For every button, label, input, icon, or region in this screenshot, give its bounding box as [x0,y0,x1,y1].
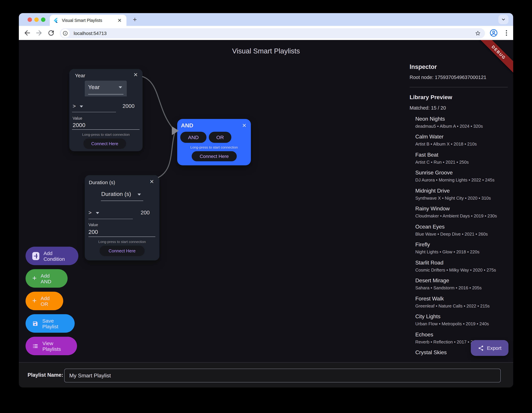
field-dropdown[interactable]: Year [85,81,127,96]
list-item: Forest Walk Greenleaf • Nature Calls • 2… [415,296,510,309]
view-playlists-button[interactable]: View Playlists [26,337,77,355]
save-playlist-button[interactable]: Save Playlist [26,314,75,333]
track-title: Fast Beat [415,152,510,158]
track-meta: Artist B • Album X • 2018 • 210s [415,141,510,147]
browser-menu-icon[interactable] [503,29,511,37]
url-text[interactable]: localhost:54713 [74,31,475,36]
track-meta: Blue Wave • Deep Dive • 2021 • 260s [415,231,510,237]
back-icon[interactable] [23,29,31,37]
track-title: Sunrise Groove [415,170,510,176]
track-meta: Cloudmaker • Ambient Days • 2019 • 230s [415,213,510,219]
address-bar[interactable]: localhost:54713 [60,28,485,38]
close-icon[interactable]: ✕ [150,179,154,184]
library-track-list: Neon Nights deadmau5 • Album A • 2024 • … [415,116,510,356]
list-item: Neon Nights deadmau5 • Album A • 2024 • … [415,116,510,129]
track-title: Forest Walk [415,296,510,302]
field-underline [101,201,143,201]
track-meta: Synthwave X • Night City • 2020 • 310s [415,196,510,201]
and-toggle-button[interactable]: AND [180,132,207,143]
tab-close-icon[interactable]: ✕ [116,17,123,23]
track-meta: Sahara • Sandstorm • 2016 • 205s [415,285,510,290]
screenshot-stage: Visual Smart Playlists ✕ + [0,0,532,413]
close-icon[interactable]: ✕ [133,72,138,78]
list-item: City Lights Urban Flow • Metropolis • 20… [415,313,510,326]
connect-here-button[interactable]: Connect Here [100,246,145,256]
share-icon [478,345,484,351]
reload-icon[interactable] [47,29,55,37]
operator-value-text: 200 [141,210,150,216]
track-title: Ocean Eyes [415,224,510,230]
node-title: Duration (s) [89,179,115,185]
inspector-root-node: Root node: 1759370549637000121 [409,75,507,80]
add-condition-label: Add Condition [44,250,72,262]
connect-here-button[interactable]: Connect Here [83,138,126,149]
condition-node-year[interactable]: Year ✕ Year > 2000 Value 2000 Long-press… [69,69,142,151]
minimize-window-button[interactable] [34,18,39,22]
track-meta: DJ Aurora • Morning Lights • 2022 • 245s [415,177,510,183]
site-info-chip[interactable] [61,29,70,38]
add-or-button[interactable]: + Add OR [26,292,63,310]
connect-here-button[interactable]: Connect Here [192,151,237,161]
or-toggle-button[interactable]: OR [209,132,231,143]
list-item: Rainy Window Cloudmaker • Ambient Days •… [415,206,510,219]
operator-underline [88,219,133,219]
tab-search-button[interactable] [498,15,508,24]
value-input[interactable]: 200 [88,229,98,236]
track-title: Echoes [415,332,510,338]
list-item: Sunrise Groove DJ Aurora • Morning Light… [415,170,510,183]
app-content: Visual Smart Playlists DEBUG Year ✕ Year [19,40,513,387]
connection-hint: Long-press to start connection [177,145,251,149]
add-and-button[interactable]: + Add AND [26,269,67,288]
condition-node-duration[interactable]: Duration (s) ✕ Duration (s) > 200 Value … [85,175,159,260]
track-meta: Cosmic Drifters • Milky Way • 2020 • 275… [415,267,510,273]
operator-underline [72,112,116,112]
value-input[interactable]: 2000 [73,122,86,129]
add-box-icon [32,252,39,260]
dropdown-caret-icon[interactable] [96,212,99,214]
inspector-divider [409,87,508,87]
list-icon [32,343,38,349]
info-icon [63,31,68,36]
track-title: Firefly [415,242,510,248]
new-tab-button[interactable]: + [130,14,140,25]
add-and-label: Add AND [41,273,61,284]
flutter-favicon-icon [53,18,58,23]
add-condition-button[interactable]: Add Condition [26,247,78,265]
dropdown-caret-icon[interactable] [138,193,141,196]
group-node-and[interactable]: AND ✕ AND OR Long-press to start connect… [177,119,251,165]
close-icon[interactable]: ✕ [242,123,247,128]
playlist-name-value: My Smart Playlist [69,373,111,378]
plus-icon: + [32,297,37,304]
track-meta: deadmau5 • Album A • 2024 • 320s [415,124,510,129]
track-meta: Urban Flow • Metropolis • 2019 • 240s [415,321,510,326]
close-window-button[interactable] [28,18,32,22]
connection-hint: Long-press to start connection [85,240,159,244]
export-label: Export [487,345,502,351]
save-icon [32,320,38,327]
value-label: Value [88,223,98,227]
add-or-label: Add OR [41,295,57,307]
page-title: Visual Smart Playlists [19,47,513,55]
profile-avatar-icon[interactable] [490,29,498,37]
track-meta: Greenleaf • Nature Calls • 2022 • 215s [415,303,510,309]
value-underline [88,237,155,237]
track-title: Starlit Road [415,260,510,266]
track-title: City Lights [415,313,510,320]
export-button[interactable]: Export [471,340,508,356]
dropdown-caret-icon[interactable] [80,106,83,108]
browser-tab-strip: Visual Smart Playlists ✕ + [19,13,513,26]
browser-window: Visual Smart Playlists ✕ + [19,13,513,387]
forward-icon[interactable] [35,29,43,37]
playlist-name-bar: Playlist Name: My Smart Playlist [19,362,513,387]
window-controls [28,18,45,22]
browser-tab[interactable]: Visual Smart Playlists ✕ [50,15,126,26]
playlist-name-input[interactable]: My Smart Playlist [64,369,501,382]
operator-dropdown-value[interactable]: > [73,103,76,109]
save-playlist-label: Save Playlist [42,318,68,329]
chevron-down-icon [501,17,506,22]
bookmark-star-icon[interactable] [475,30,481,36]
operator-dropdown-value[interactable]: > [88,210,92,216]
plus-icon: + [32,274,37,282]
maximize-window-button[interactable] [41,18,45,22]
field-dropdown-value[interactable]: Duration (s) [101,191,131,198]
